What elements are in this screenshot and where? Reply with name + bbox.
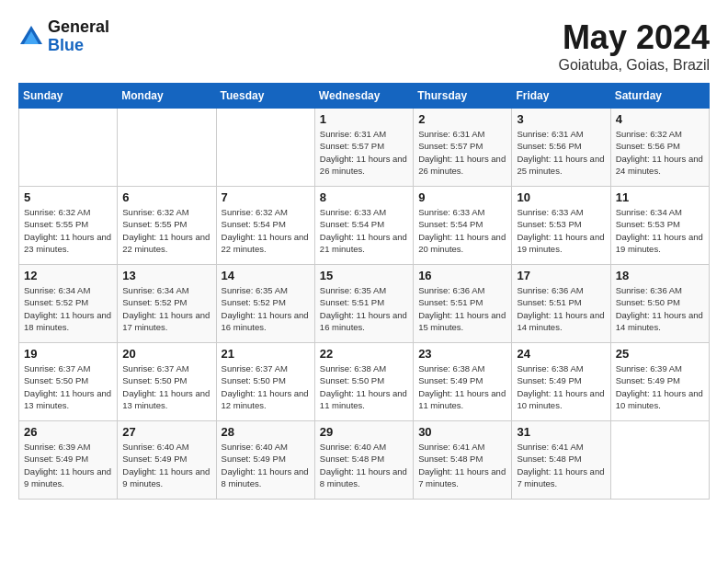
- calendar-cell: [118, 109, 216, 187]
- calendar-cell: 27Sunrise: 6:40 AM Sunset: 5:49 PM Dayli…: [118, 421, 216, 500]
- weekday-header-saturday: Saturday: [610, 84, 709, 109]
- day-info: Sunrise: 6:41 AM Sunset: 5:48 PM Dayligh…: [517, 441, 605, 489]
- calendar-week-1: 1Sunrise: 6:31 AM Sunset: 5:57 PM Daylig…: [19, 109, 710, 187]
- day-number: 20: [122, 347, 210, 361]
- calendar-cell: 7Sunrise: 6:32 AM Sunset: 5:54 PM Daylig…: [216, 187, 314, 265]
- day-info: Sunrise: 6:34 AM Sunset: 5:52 PM Dayligh…: [122, 284, 210, 333]
- calendar-cell: [216, 109, 314, 187]
- calendar-week-3: 12Sunrise: 6:34 AM Sunset: 5:52 PM Dayli…: [19, 265, 710, 343]
- day-number: 10: [517, 190, 605, 204]
- calendar-cell: 17Sunrise: 6:36 AM Sunset: 5:51 PM Dayli…: [512, 265, 610, 343]
- calendar-cell: 19Sunrise: 6:37 AM Sunset: 5:50 PM Dayli…: [19, 343, 118, 421]
- day-number: 31: [517, 425, 605, 439]
- day-info: Sunrise: 6:35 AM Sunset: 5:52 PM Dayligh…: [222, 284, 310, 333]
- day-info: Sunrise: 6:31 AM Sunset: 5:56 PM Dayligh…: [517, 128, 605, 177]
- weekday-header-tuesday: Tuesday: [216, 84, 314, 109]
- day-number: 21: [222, 347, 310, 361]
- calendar-cell: 3Sunrise: 6:31 AM Sunset: 5:56 PM Daylig…: [512, 109, 610, 187]
- day-info: Sunrise: 6:39 AM Sunset: 5:49 PM Dayligh…: [616, 362, 704, 411]
- day-number: 1: [320, 112, 408, 126]
- day-info: Sunrise: 6:38 AM Sunset: 5:50 PM Dayligh…: [320, 362, 408, 411]
- day-number: 3: [517, 112, 605, 126]
- day-info: Sunrise: 6:36 AM Sunset: 5:50 PM Dayligh…: [616, 284, 704, 333]
- day-number: 7: [222, 190, 310, 204]
- calendar-cell: 26Sunrise: 6:39 AM Sunset: 5:49 PM Dayli…: [19, 421, 118, 500]
- calendar-cell: 8Sunrise: 6:33 AM Sunset: 5:54 PM Daylig…: [314, 187, 413, 265]
- day-info: Sunrise: 6:32 AM Sunset: 5:54 PM Dayligh…: [222, 206, 310, 255]
- day-info: Sunrise: 6:37 AM Sunset: 5:50 PM Dayligh…: [222, 362, 310, 411]
- page-header: General Blue May 2024 Goiatuba, Goias, B…: [18, 18, 710, 74]
- calendar-cell: 13Sunrise: 6:34 AM Sunset: 5:52 PM Dayli…: [118, 265, 216, 343]
- calendar-cell: 20Sunrise: 6:37 AM Sunset: 5:50 PM Dayli…: [118, 343, 216, 421]
- day-info: Sunrise: 6:38 AM Sunset: 5:49 PM Dayligh…: [418, 362, 506, 411]
- calendar-cell: 2Sunrise: 6:31 AM Sunset: 5:57 PM Daylig…: [414, 109, 512, 187]
- day-number: 24: [517, 347, 605, 361]
- title-block: May 2024 Goiatuba, Goias, Brazil: [558, 18, 710, 74]
- day-number: 6: [122, 190, 210, 204]
- day-number: 19: [24, 347, 112, 361]
- calendar-cell: 6Sunrise: 6:32 AM Sunset: 5:55 PM Daylig…: [118, 187, 216, 265]
- day-number: 18: [616, 269, 704, 282]
- calendar-cell: 4Sunrise: 6:32 AM Sunset: 5:56 PM Daylig…: [610, 109, 709, 187]
- day-info: Sunrise: 6:32 AM Sunset: 5:56 PM Dayligh…: [616, 128, 704, 177]
- day-info: Sunrise: 6:36 AM Sunset: 5:51 PM Dayligh…: [517, 284, 605, 333]
- day-number: 9: [418, 190, 506, 204]
- day-number: 14: [222, 269, 310, 282]
- day-number: 5: [24, 190, 112, 204]
- day-number: 23: [418, 347, 506, 361]
- day-number: 4: [616, 112, 704, 126]
- logo-text: General Blue: [48, 18, 109, 55]
- calendar-cell: 10Sunrise: 6:33 AM Sunset: 5:53 PM Dayli…: [512, 187, 610, 265]
- day-number: 8: [320, 190, 408, 204]
- day-number: 12: [24, 269, 112, 282]
- day-info: Sunrise: 6:40 AM Sunset: 5:49 PM Dayligh…: [222, 441, 310, 489]
- logo-general: General: [48, 18, 109, 37]
- day-number: 16: [418, 269, 506, 282]
- day-number: 28: [222, 425, 310, 439]
- day-info: Sunrise: 6:34 AM Sunset: 5:53 PM Dayligh…: [616, 206, 704, 255]
- day-info: Sunrise: 6:39 AM Sunset: 5:49 PM Dayligh…: [24, 441, 112, 489]
- day-number: 29: [320, 425, 408, 439]
- day-info: Sunrise: 6:34 AM Sunset: 5:52 PM Dayligh…: [24, 284, 112, 333]
- calendar-cell: 5Sunrise: 6:32 AM Sunset: 5:55 PM Daylig…: [19, 187, 118, 265]
- day-number: 15: [320, 269, 408, 282]
- day-info: Sunrise: 6:32 AM Sunset: 5:55 PM Dayligh…: [24, 206, 112, 255]
- calendar-header: SundayMondayTuesdayWednesdayThursdayFrid…: [19, 84, 710, 109]
- calendar-cell: 29Sunrise: 6:40 AM Sunset: 5:48 PM Dayli…: [314, 421, 413, 500]
- logo-icon: [18, 24, 44, 50]
- logo-blue: Blue: [48, 37, 109, 55]
- calendar-cell: 1Sunrise: 6:31 AM Sunset: 5:57 PM Daylig…: [314, 109, 413, 187]
- day-info: Sunrise: 6:33 AM Sunset: 5:54 PM Dayligh…: [320, 206, 408, 255]
- calendar-cell: 11Sunrise: 6:34 AM Sunset: 5:53 PM Dayli…: [610, 187, 709, 265]
- day-number: 17: [517, 269, 605, 282]
- day-info: Sunrise: 6:35 AM Sunset: 5:51 PM Dayligh…: [320, 284, 408, 333]
- day-info: Sunrise: 6:40 AM Sunset: 5:48 PM Dayligh…: [320, 441, 408, 489]
- weekday-header-row: SundayMondayTuesdayWednesdayThursdayFrid…: [19, 84, 710, 109]
- day-info: Sunrise: 6:40 AM Sunset: 5:49 PM Dayligh…: [122, 441, 210, 489]
- calendar-cell: 30Sunrise: 6:41 AM Sunset: 5:48 PM Dayli…: [414, 421, 512, 500]
- calendar-cell: 15Sunrise: 6:35 AM Sunset: 5:51 PM Dayli…: [314, 265, 413, 343]
- weekday-header-monday: Monday: [118, 84, 216, 109]
- day-number: 25: [616, 347, 704, 361]
- title-month: May 2024: [558, 18, 710, 57]
- day-info: Sunrise: 6:38 AM Sunset: 5:49 PM Dayligh…: [517, 362, 605, 411]
- calendar-cell: 9Sunrise: 6:33 AM Sunset: 5:54 PM Daylig…: [414, 187, 512, 265]
- calendar-cell: 25Sunrise: 6:39 AM Sunset: 5:49 PM Dayli…: [610, 343, 709, 421]
- calendar-cell: 28Sunrise: 6:40 AM Sunset: 5:49 PM Dayli…: [216, 421, 314, 500]
- calendar-cell: 22Sunrise: 6:38 AM Sunset: 5:50 PM Dayli…: [314, 343, 413, 421]
- day-number: 26: [24, 425, 112, 439]
- calendar-cell: 16Sunrise: 6:36 AM Sunset: 5:51 PM Dayli…: [414, 265, 512, 343]
- calendar-week-2: 5Sunrise: 6:32 AM Sunset: 5:55 PM Daylig…: [19, 187, 710, 265]
- calendar-body: 1Sunrise: 6:31 AM Sunset: 5:57 PM Daylig…: [19, 109, 710, 500]
- title-location: Goiatuba, Goias, Brazil: [558, 57, 710, 74]
- calendar-table: SundayMondayTuesdayWednesdayThursdayFrid…: [18, 83, 710, 500]
- calendar-cell: 12Sunrise: 6:34 AM Sunset: 5:52 PM Dayli…: [19, 265, 118, 343]
- calendar-cell: 14Sunrise: 6:35 AM Sunset: 5:52 PM Dayli…: [216, 265, 314, 343]
- calendar-cell: 18Sunrise: 6:36 AM Sunset: 5:50 PM Dayli…: [610, 265, 709, 343]
- calendar-cell: 31Sunrise: 6:41 AM Sunset: 5:48 PM Dayli…: [512, 421, 610, 500]
- day-info: Sunrise: 6:31 AM Sunset: 5:57 PM Dayligh…: [320, 128, 408, 177]
- calendar-cell: 23Sunrise: 6:38 AM Sunset: 5:49 PM Dayli…: [414, 343, 512, 421]
- calendar-week-5: 26Sunrise: 6:39 AM Sunset: 5:49 PM Dayli…: [19, 421, 710, 500]
- day-number: 11: [616, 190, 704, 204]
- logo: General Blue: [18, 18, 109, 55]
